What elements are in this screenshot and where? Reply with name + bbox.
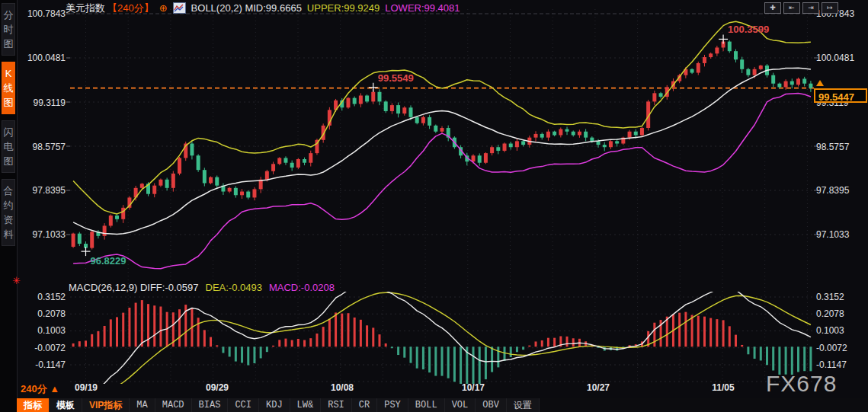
price-axis-label: 100.0481 (17, 53, 66, 63)
toolbar-item-template[interactable]: 模板 (50, 398, 82, 412)
macd-axis-label: -0.1147 (17, 359, 66, 370)
boll-mid-readout: BOLL(20,2) MID:99.6665 (191, 2, 302, 14)
toolbar-item-vol[interactable]: VOL (445, 398, 476, 412)
chart-canvas[interactable]: 96.822999.5549100.3599 (0, 0, 868, 412)
macd-axis-label: 0.2078 (816, 308, 866, 319)
macd-header: MACD(26,12,9) DIFF:-0.0597 DEA:-0.0493 M… (69, 282, 335, 293)
date-axis-label: 09/19 (63, 382, 109, 393)
toolbar-item-ma[interactable]: MA (130, 398, 155, 412)
price-marker-triangle (816, 80, 824, 86)
date-axis-label: 11/05 (700, 382, 746, 393)
alert-star-icon: ✳ (12, 275, 21, 286)
toolbar-item-lwr[interactable]: LW& (290, 398, 322, 412)
macd-axis-label: 0.3152 (17, 292, 66, 302)
chart-title-bar: 美元指数【240分】 ⊕ BOLL(20,2) MID:99.6665 UPPE… (66, 2, 460, 14)
macd-dea-readout: DEA:-0.0493 (206, 282, 262, 293)
period-label: 【240分】 (107, 2, 154, 15)
toolbar-item-cci[interactable]: CCI (228, 398, 259, 412)
exit-right-icon[interactable]: ↦ (822, 2, 838, 14)
macd-axis-label: 0.2078 (17, 308, 66, 319)
price-axis-label: 99.3119 (17, 97, 66, 108)
fx678-watermark: FX678 (766, 371, 837, 397)
period-selector[interactable]: 240分 ▲ (21, 382, 59, 396)
toolbar-item-vip-indicator[interactable]: VIP指标 (82, 398, 130, 412)
svg-text:99.5549: 99.5549 (378, 72, 414, 84)
mini-chart-icon[interactable] (173, 2, 186, 14)
price-axis-label: 98.5757 (816, 142, 866, 152)
macd-axis-label: -0.0072 (816, 343, 866, 353)
window-controls: ✚ ⇤ ⇥ ↦ (764, 2, 838, 14)
boll-lower-readout: LOWER:99.4081 (385, 2, 460, 14)
toolbar-item-kdj[interactable]: KDJ (259, 398, 290, 412)
toolbar-item-boll[interactable]: BOLL (408, 398, 445, 412)
chart-type-sidebar: 分时图 K线图 闪电图 合约资料 (0, 0, 18, 412)
macd-axis-label: 0.1003 (816, 325, 866, 336)
toolbar-item-cr[interactable]: CR (352, 398, 377, 412)
toolbar-item-rsi[interactable]: RSI (321, 398, 352, 412)
macd-axis-label: 0.3152 (816, 292, 866, 302)
pan-icon[interactable]: ✚ (764, 2, 781, 14)
price-axis-label: 97.1033 (17, 229, 66, 240)
price-axis-label: 97.8395 (816, 185, 866, 196)
toolbar-item-bias[interactable]: BIAS (192, 398, 229, 412)
price-axis-label: 97.8395 (17, 185, 66, 196)
price-axis-label: 100.7843 (17, 8, 66, 19)
price-axis-label: 97.1033 (816, 229, 866, 240)
current-price-tag: 99.5447 (814, 88, 867, 103)
macd-axis-label: -0.1147 (816, 359, 866, 370)
price-axis-label: 98.5757 (17, 142, 66, 152)
boll-upper-readout: UPPER:99.9249 (307, 2, 380, 14)
sidebar-tab-kline-chart[interactable]: K线图 (2, 62, 15, 114)
toolbar-item-macd[interactable]: MACD (155, 398, 192, 412)
shrink-right-icon[interactable]: ⇥ (802, 2, 819, 14)
macd-axis-label: -0.0072 (17, 343, 66, 353)
svg-text:100.3599: 100.3599 (728, 24, 769, 35)
svg-text:96.8229: 96.8229 (91, 255, 127, 267)
sidebar-tab-time-chart[interactable]: 分时图 (2, 3, 15, 56)
macd-axis-label: 0.1003 (17, 325, 66, 336)
toolbar-item-indicator[interactable]: 指标 (17, 398, 50, 412)
chart-application-window: 96.822999.5549100.3599 分时图 K线图 闪电图 合约资料 … (0, 0, 868, 412)
date-axis-label: 10/27 (575, 382, 621, 393)
sidebar-tab-contract-info[interactable]: 合约资料 (2, 179, 15, 246)
toolbar-item-psy[interactable]: PSY (377, 398, 408, 412)
price-axis-label: 100.0481 (816, 53, 866, 63)
toolbar-item-settings[interactable]: 设置 (507, 398, 540, 412)
sidebar-tab-flash-chart[interactable]: 闪电图 (2, 120, 15, 173)
macd-value-readout: MACD:-0.0208 (269, 282, 335, 293)
date-axis-label: 10/08 (319, 382, 365, 393)
toolbar-item-obv[interactable]: OBV (476, 398, 507, 412)
indicator-toolbar: 指标 模板 VIP指标 MA MACD BIAS CCI KDJ LW& RSI… (17, 398, 868, 412)
shrink-left-icon[interactable]: ⇤ (783, 2, 800, 14)
date-axis-label: 09/29 (194, 382, 240, 393)
symbol-name: 美元指数 (66, 2, 105, 15)
add-indicator-icon[interactable]: ⊕ (159, 2, 168, 14)
date-axis-label: 10/17 (450, 382, 496, 393)
macd-diff-readout: MACD(26,12,9) DIFF:-0.0597 (69, 282, 199, 293)
